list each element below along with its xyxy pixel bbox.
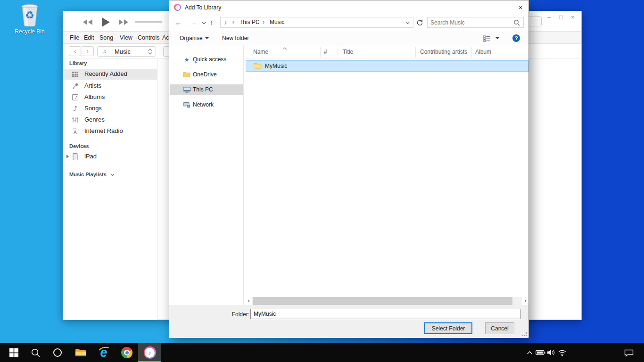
- onedrive-folder-icon: [182, 71, 191, 78]
- chevron-down-icon: [110, 173, 115, 176]
- new-folder-button[interactable]: New folder: [222, 35, 249, 41]
- address-dropdown-chevron[interactable]: [405, 22, 410, 25]
- view-mode-dropdown-caret[interactable]: [495, 37, 499, 41]
- address-bar[interactable]: ♪ › This PC › Music: [220, 17, 413, 28]
- itunes-forward-button[interactable]: ›: [82, 46, 94, 56]
- windows-logo-icon: [9, 348, 18, 357]
- select-folder-button[interactable]: Select Folder: [424, 322, 472, 334]
- itunes-maximize-button[interactable]: □: [559, 14, 563, 21]
- sidebar-item-albums[interactable]: Albums: [63, 92, 157, 103]
- music-playlists-label: Music Playlists: [69, 172, 107, 177]
- organise-label: Organise: [180, 35, 203, 41]
- add-to-library-dialog: ♪ Add To Library × ← → ↑ ♪ › This PC › M…: [169, 0, 529, 337]
- resize-grip[interactable]: [522, 332, 527, 337]
- nav-pane-quick-access[interactable]: ★ Quick access: [170, 54, 243, 65]
- sidebar-item-songs[interactable]: Songs: [63, 103, 157, 114]
- wifi-icon: [558, 349, 567, 356]
- rewind-button[interactable]: [83, 19, 93, 27]
- speaker-icon: [547, 349, 556, 356]
- sidebar-item-label: iPad: [84, 153, 97, 160]
- organise-button[interactable]: Organise: [180, 35, 209, 41]
- view-mode-icon[interactable]: [483, 35, 491, 42]
- internet-explorer-button[interactable]: e: [93, 343, 115, 362]
- music-playlists-header[interactable]: Music Playlists: [69, 170, 115, 178]
- sidebar-item-internet-radio[interactable]: Internet Radio: [63, 126, 157, 137]
- column-header-contributing-artists[interactable]: Contributing artists: [420, 49, 467, 55]
- column-header-number[interactable]: #: [324, 49, 327, 55]
- itunes-back-button[interactable]: ‹: [69, 46, 81, 56]
- folder-icon: [254, 62, 262, 71]
- chrome-button[interactable]: [116, 343, 138, 362]
- help-button[interactable]: ?: [512, 34, 520, 42]
- chevron-up-icon: [527, 351, 533, 355]
- volume-slider[interactable]: [135, 21, 162, 23]
- nav-pane-onedrive[interactable]: OneDrive: [170, 69, 243, 80]
- nav-pane-network[interactable]: Network: [170, 99, 243, 110]
- breadcrumb-separator: ›: [263, 17, 264, 27]
- sidebar-item-label: Internet Radio: [84, 127, 123, 134]
- media-selector-label: Music: [115, 48, 131, 55]
- refresh-icon[interactable]: [416, 19, 423, 26]
- sidebar-item-artists[interactable]: Artists: [63, 81, 157, 91]
- song-note-icon: [70, 104, 80, 113]
- cortana-button[interactable]: [47, 343, 68, 362]
- network-icon: [182, 101, 191, 108]
- devices-header: Devices: [69, 143, 89, 149]
- start-button[interactable]: [3, 343, 25, 362]
- tray-wifi-button[interactable]: [555, 343, 569, 362]
- scrollbar-track[interactable]: [252, 297, 522, 305]
- sidebar-item-ipad[interactable]: iPad: [63, 151, 157, 162]
- column-header-title[interactable]: Title: [343, 49, 353, 55]
- menu-view[interactable]: View: [120, 34, 132, 41]
- fast-forward-button[interactable]: [118, 19, 129, 27]
- nav-pane-label: This PC: [193, 86, 213, 93]
- sidebar-item-genres[interactable]: Genres: [63, 115, 157, 125]
- search-input[interactable]: [430, 18, 511, 27]
- scroll-right-arrow[interactable]: ›: [522, 297, 528, 305]
- play-button[interactable]: [101, 17, 110, 29]
- sidebar-item-label: Recently Added: [84, 70, 127, 77]
- recycle-symbol-icon: ♻: [9, 9, 50, 22]
- scroll-left-arrow[interactable]: ‹: [246, 297, 252, 305]
- recycle-bin[interactable]: ♻ Recycle Bin: [9, 3, 50, 35]
- breadcrumb-music[interactable]: Music: [270, 17, 284, 27]
- column-header-album[interactable]: Album: [475, 49, 491, 55]
- search-icon[interactable]: [513, 19, 520, 26]
- media-selector[interactable]: ♫ Music: [97, 46, 156, 57]
- cancel-button[interactable]: Cancel: [485, 322, 514, 334]
- scrollbar-thumb[interactable]: [253, 297, 512, 305]
- folder-name-input[interactable]: [250, 309, 521, 319]
- itunes-close-button[interactable]: ×: [571, 14, 575, 21]
- menu-controls[interactable]: Controls: [138, 34, 160, 41]
- new-folder-label: New folder: [222, 35, 249, 41]
- menu-file[interactable]: File: [70, 34, 79, 41]
- sidebar-item-label: Artists: [84, 82, 101, 89]
- itunes-minimize-button[interactable]: –: [547, 14, 551, 21]
- menu-edit[interactable]: Edit: [84, 34, 94, 41]
- column-header-name[interactable]: Name: [253, 49, 268, 55]
- pane-divider: [243, 46, 244, 305]
- nav-forward-button[interactable]: →: [190, 18, 197, 26]
- dialog-close-button[interactable]: ×: [512, 0, 528, 15]
- menu-song[interactable]: Song: [99, 34, 113, 41]
- recent-locations-chevron[interactable]: [202, 22, 206, 25]
- action-center-button[interactable]: [620, 343, 638, 362]
- file-explorer-button[interactable]: [70, 343, 91, 362]
- up-down-chevron-icon: [148, 49, 152, 55]
- file-row-mymusic[interactable]: MyMusic: [246, 60, 528, 72]
- nav-up-button[interactable]: ↑: [210, 19, 213, 26]
- sidebar-item-recently-added[interactable]: Recently Added: [63, 69, 157, 80]
- nav-pane-this-pc[interactable]: This PC: [170, 84, 243, 95]
- nav-back-button[interactable]: ←: [175, 18, 182, 26]
- breadcrumb-this-pc[interactable]: This PC: [239, 17, 260, 27]
- library-header: Library: [69, 60, 87, 66]
- dialog-titlebar[interactable]: ♪ Add To Library ×: [169, 0, 528, 15]
- internet-explorer-icon: e: [100, 346, 107, 360]
- taskbar-search-button[interactable]: [25, 343, 46, 362]
- faders-icon: [70, 115, 80, 124]
- desktop: { "icons": { "close": "×", "minimize": "…: [0, 0, 644, 362]
- nav-pane-label: Network: [193, 101, 214, 108]
- itunes-taskbar-button[interactable]: ♪: [138, 343, 161, 362]
- column-divider: [338, 47, 338, 58]
- radio-tower-icon: [70, 127, 80, 135]
